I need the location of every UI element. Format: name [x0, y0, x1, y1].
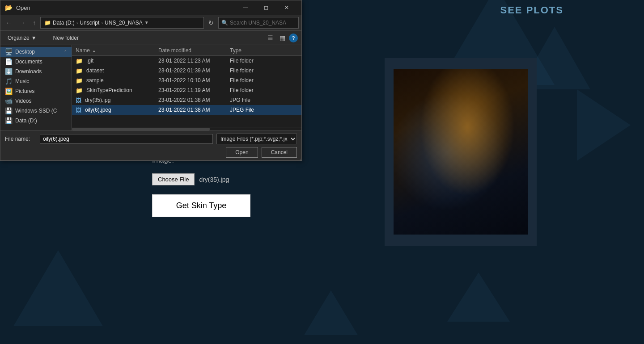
filename-row: File name: Image Files (*.pjp;*.svgz;*.j…	[5, 134, 297, 144]
filename-input[interactable]	[40, 134, 213, 144]
back-button[interactable]: ←	[3, 17, 15, 28]
open-file-dialog: 📂 Open — ◻ ✕ ← → ↑ 📁 Data (D:) › Unscrip…	[0, 0, 302, 161]
sidebar-label-pictures: Pictures	[15, 88, 34, 94]
file-date: 23-01-2022 11:23 AM	[157, 58, 228, 64]
file-name-col: 📁dataset	[74, 67, 157, 74]
breadcrumb-dropdown-button[interactable]: ▼	[144, 20, 149, 25]
file-row[interactable]: 📁SkinTypePrediction23-01-2022 11:19 AMFi…	[72, 85, 301, 95]
downloads-icon: ⬇️	[5, 68, 13, 75]
documents-icon: 📄	[5, 58, 13, 65]
search-input[interactable]	[230, 20, 288, 26]
file-icon: 📁	[76, 77, 83, 84]
close-button[interactable]: ✕	[276, 0, 297, 15]
file-name-col: 📁SkinTypePrediction	[74, 87, 157, 94]
sidebar-item-desktop[interactable]: 🖥️ Desktop ⌃	[0, 47, 72, 57]
file-name: SkinTypePrediction	[85, 87, 155, 93]
sidebar-item-windows-ssd[interactable]: 💾 Windows-SSD (C	[0, 106, 72, 116]
file-row[interactable]: 📁.git23-01-2022 11:23 AMFile folder	[72, 56, 301, 66]
breadcrumb-unscript[interactable]: Unscript	[80, 20, 99, 26]
file-date: 23-01-2022 11:19 AM	[157, 87, 228, 93]
choose-file-button[interactable]: Choose File	[152, 173, 195, 185]
column-header-name[interactable]: Name ▲	[74, 47, 157, 54]
sidebar-label-documents: Documents	[15, 59, 42, 65]
breadcrumb-uns20[interactable]: UNS_20_NASA	[105, 20, 143, 26]
desktop-expand-icon: ⌃	[64, 50, 67, 55]
sidebar-item-music[interactable]: 🎵 Music	[0, 76, 72, 86]
search-bar: 🔍	[218, 17, 299, 29]
file-icon: 📁	[76, 87, 83, 94]
view-list-button[interactable]: ☰	[265, 33, 276, 43]
preview-photo	[394, 69, 528, 235]
column-header-date[interactable]: Date modified	[157, 47, 228, 54]
dialog-cancel-button[interactable]: Cancel	[262, 147, 297, 158]
refresh-button[interactable]: ↻	[206, 17, 216, 28]
photo-figure	[394, 69, 528, 235]
see-plots-link[interactable]: SEE PLOTS	[500, 4, 564, 16]
file-date: 23-01-2022 10:10 AM	[157, 77, 228, 84]
file-name-col: 📁sample	[74, 77, 157, 84]
file-icon: 📁	[76, 67, 83, 74]
bg-triangle-bottom-left	[13, 250, 103, 326]
view-grid-button[interactable]: ▦	[277, 33, 288, 43]
file-row[interactable]: 📁sample23-01-2022 10:10 AMFile folder	[72, 76, 301, 85]
data-d-icon: 💾	[5, 117, 13, 124]
horizontal-scrollbar[interactable]	[72, 127, 301, 130]
organize-label: Organize	[8, 35, 30, 41]
chosen-filename-display: dry(35).jpg	[199, 176, 229, 183]
filetype-dropdown[interactable]: Image Files (*.pjp;*.svgz;*.jxl;*.jp All…	[216, 134, 297, 144]
minimize-button[interactable]: —	[235, 0, 256, 15]
forward-button[interactable]: →	[17, 17, 28, 28]
file-icon: 🖼	[76, 107, 81, 113]
sidebar-item-videos[interactable]: 📹 Videos	[0, 96, 72, 106]
sidebar-item-data-d[interactable]: 💾 Data (D:)	[0, 116, 72, 126]
up-button[interactable]: ↑	[30, 17, 38, 28]
resize-handle[interactable]: ⌞	[297, 155, 302, 161]
file-type: JPEG File	[228, 107, 273, 113]
bg-triangle-right-mid	[577, 89, 631, 161]
dialog-title-area: 📂 Open	[5, 4, 30, 11]
file-list: 📁.git23-01-2022 11:23 AMFile folder📁data…	[72, 56, 301, 127]
sidebar-label-data-d: Data (D:)	[15, 117, 37, 124]
file-list-header: Name ▲ Date modified Type	[72, 45, 301, 56]
file-name: dry(35).jpg	[83, 97, 155, 103]
dialog-toolbar: Organize ▼ New folder ☰ ▦ ?	[0, 31, 301, 45]
toolbar-separator	[45, 34, 45, 42]
file-name: oily(6).jpeg	[83, 107, 155, 113]
sidebar-item-pictures[interactable]: 🖼️ Pictures	[0, 86, 72, 96]
file-name-col: 🖼oily(6).jpeg	[74, 107, 157, 113]
get-skin-type-button[interactable]: Get Skin Type	[152, 194, 250, 217]
sidebar-label-music: Music	[15, 78, 29, 84]
dialog-window: 📂 Open — ◻ ✕ ← → ↑ 📁 Data (D:) › Unscrip…	[0, 0, 302, 161]
image-preview-frame	[385, 58, 537, 246]
filename-label: File name:	[5, 136, 36, 142]
breadcrumb-datad[interactable]: Data (D:)	[53, 20, 75, 26]
file-name: .git	[85, 58, 155, 64]
file-type: File folder	[228, 58, 273, 64]
organize-button[interactable]: Organize ▼	[4, 34, 40, 42]
file-date: 23-01-2022 01:38 AM	[157, 97, 228, 103]
sidebar-label-desktop: Desktop	[15, 49, 35, 55]
sidebar-label-videos: Videos	[15, 98, 31, 104]
file-row[interactable]: 🖼oily(6).jpeg23-01-2022 01:38 AMJPEG Fil…	[72, 105, 301, 115]
file-row[interactable]: 📁dataset23-01-2022 01:39 AMFile folder	[72, 66, 301, 76]
file-type: File folder	[228, 67, 273, 74]
file-name: dataset	[85, 67, 155, 74]
sidebar-item-documents[interactable]: 📄 Documents	[0, 57, 72, 67]
file-type: File folder	[228, 77, 273, 84]
dialog-open-button[interactable]: Open	[226, 147, 258, 158]
column-header-type[interactable]: Type	[228, 47, 273, 54]
dialog-sidebar: 🖥️ Desktop ⌃ 📄 Documents ⬇️ Downloads 🎵 …	[0, 45, 72, 130]
maximize-button[interactable]: ◻	[256, 0, 276, 15]
dialog-title-icon: 📂	[5, 4, 13, 11]
help-button[interactable]: ?	[289, 34, 298, 42]
sidebar-item-downloads[interactable]: ⬇️ Downloads	[0, 67, 72, 76]
dialog-title-text: Open	[16, 4, 30, 11]
dialog-addressbar: ← → ↑ 📁 Data (D:) › Unscript › UNS_20_NA…	[0, 15, 301, 31]
file-row[interactable]: 🖼dry(35).jpg23-01-2022 01:38 AMJPG File	[72, 95, 301, 105]
breadcrumb-sep-1: ›	[76, 20, 78, 25]
pictures-icon: 🖼️	[5, 88, 13, 95]
new-folder-button[interactable]: New folder	[50, 34, 82, 42]
toolbar-view-buttons: ☰ ▦ ?	[265, 33, 298, 43]
titlebar-controls: — ◻ ✕	[235, 0, 297, 15]
file-name: sample	[85, 77, 155, 84]
